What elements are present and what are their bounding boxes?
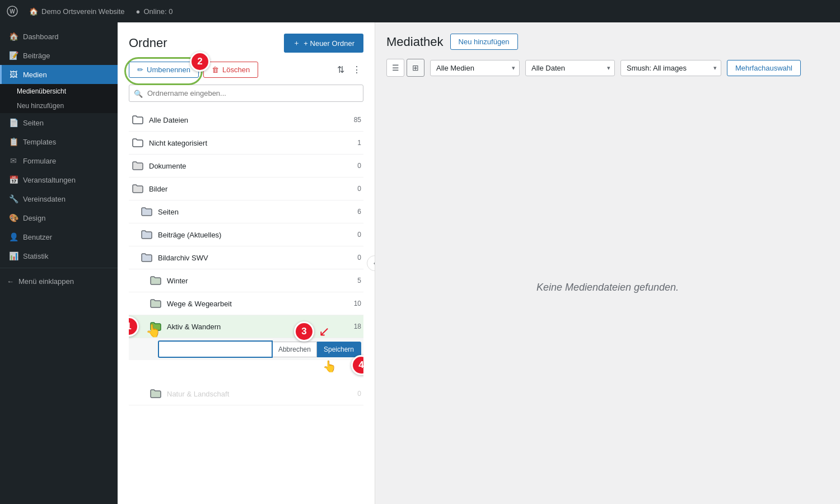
- alle-daten-select-wrapper: Alle Daten: [525, 60, 615, 76]
- rename-icon: ✏: [137, 66, 143, 74]
- sidebar-divider: [0, 268, 118, 268]
- aktiv-wandern-icon: [149, 320, 162, 333]
- sidebar-item-seiten[interactable]: 📄 Seiten: [0, 113, 118, 132]
- cursor-hand-2: 👆: [323, 360, 337, 373]
- sidebar-item-vereinsdaten[interactable]: 🔧 Vereinsdaten: [0, 189, 118, 208]
- mediathek-title: Mediathek: [386, 35, 444, 49]
- folder-item-seiten[interactable]: Seiten 6: [129, 200, 363, 223]
- sidebar-item-medien[interactable]: 🖼 Medien: [0, 65, 118, 84]
- folder-item-alle-dateien[interactable]: Alle Dateien 85: [129, 109, 363, 132]
- mediathek-header: Mediathek Neu hinzufügen: [386, 34, 829, 50]
- mehrfachauswahl-button[interactable]: Mehrfachauswahl: [727, 60, 801, 76]
- beitraege-folder-icon: [140, 228, 153, 241]
- sort-icon[interactable]: ⇅: [335, 62, 347, 77]
- wp-logo-item[interactable]: W: [7, 6, 18, 17]
- wp-logo-icon: W: [7, 6, 18, 17]
- mediathek-panel: Mediathek Neu hinzufügen ☰ ⊞ Alle Medien…: [375, 22, 840, 504]
- bildarchiv-icon: [140, 251, 153, 264]
- speichern-inline-button[interactable]: Speichern: [317, 342, 361, 357]
- step-1-circle: 1: [129, 316, 139, 337]
- mediathek-empty-text: Keine Mediendateien gefunden.: [536, 282, 679, 293]
- neu-hinzufuegen-button[interactable]: Neu hinzufügen: [450, 34, 518, 50]
- neuer-ordner-button[interactable]: ＋ + Neuer Ordner: [284, 34, 363, 53]
- collapse-panel-button[interactable]: ‹: [367, 255, 375, 271]
- vereinsdaten-icon: 🔧: [8, 194, 18, 204]
- alle-medien-select-wrapper: Alle Medien: [430, 60, 520, 76]
- alle-daten-select[interactable]: Alle Daten: [525, 60, 615, 76]
- search-icon: 🔍: [134, 89, 143, 97]
- toolbar-row: 2 ✏ Umbenennen 🗑 Löschen ⇅ ⋮: [129, 62, 363, 78]
- main-layout: 🏠 Dashboard 📝 Beiträge 🖼 Medien Medienüb…: [0, 22, 840, 504]
- site-label[interactable]: 🏠 Demo Ortsverein Website: [29, 7, 125, 16]
- statistik-icon: 📊: [8, 251, 18, 261]
- grid-view-button[interactable]: ⊞: [407, 59, 424, 77]
- sidebar-sub-medienuebersicht[interactable]: Medienübersicht: [0, 84, 118, 99]
- benutzer-icon: 👤: [8, 232, 18, 242]
- abbrechen-inline-button[interactable]: Abbrechen: [273, 342, 317, 357]
- admin-bar: W 🏠 Demo Ortsverein Website ● Online: 0: [0, 0, 840, 22]
- sidebar: 🏠 Dashboard 📝 Beiträge 🖼 Medien Medienüb…: [0, 22, 118, 504]
- medien-icon: 🖼: [8, 69, 18, 80]
- folder-item-aktiv-wandern[interactable]: 1 👆 Aktiv & Wandern 18: [129, 315, 363, 338]
- veranstaltungen-icon: 📅: [8, 175, 18, 185]
- ordner-panel: Ordner ＋ + Neuer Ordner 2 ✏: [118, 22, 375, 504]
- beitraege-icon: 📝: [8, 50, 18, 60]
- medien-sub-section: Medienübersicht Neu hinzufügen: [0, 84, 118, 113]
- online-status: ● Online: 0: [136, 7, 173, 16]
- folder-item-winter[interactable]: Winter 5: [129, 269, 363, 292]
- folder-item-bildarchiv-swv[interactable]: Bildarchiv SWV 0: [129, 246, 363, 269]
- more1-icon: [149, 387, 162, 400]
- view-toggle: ☰ ⊞: [386, 59, 424, 77]
- plus-icon: ＋: [293, 38, 300, 48]
- loeschen-button[interactable]: 🗑 Löschen: [203, 62, 258, 78]
- search-wrapper: 🔍: [129, 85, 363, 102]
- folder-item-wege-wegearbeit[interactable]: Wege & Wegearbeit 10: [129, 292, 363, 315]
- folder-search-input[interactable]: [129, 85, 363, 102]
- toolbar-icons: ⇅ ⋮: [335, 62, 363, 77]
- sidebar-item-benutzer[interactable]: 👤 Benutzer: [0, 227, 118, 246]
- seiten-icon: 📄: [8, 118, 18, 128]
- sidebar-item-veranstaltungen[interactable]: 📅 Veranstaltungen: [0, 170, 118, 189]
- ordner-header: Ordner ＋ + Neuer Ordner: [129, 34, 363, 53]
- sidebar-item-beitraege[interactable]: 📝 Beiträge: [0, 46, 118, 65]
- sidebar-sub-neu-hinzufuegen[interactable]: Neu hinzufügen: [0, 99, 118, 113]
- folder-list: Alle Dateien 85 Nicht kategorisiert 1: [129, 109, 363, 493]
- seiten-folder-icon: [140, 205, 153, 218]
- folder-item-bilder[interactable]: Bilder 0: [129, 178, 363, 200]
- online-icon: ●: [136, 7, 141, 16]
- folder-item-nicht-kategorisiert[interactable]: Nicht kategorisiert 1: [129, 132, 363, 155]
- smush-select[interactable]: Smush: All images: [620, 60, 721, 76]
- home-icon: 🏠: [29, 7, 38, 16]
- search-row: 🔍: [129, 85, 363, 102]
- sidebar-item-statistik[interactable]: 📊 Statistik: [0, 246, 118, 265]
- folder-item-more-1[interactable]: Natur & Landschaft 0: [129, 382, 363, 405]
- folder-item-beitraege-aktuelles[interactable]: Beiträge (Aktuelles) 0: [129, 223, 363, 246]
- nicht-kat-icon: [131, 136, 144, 150]
- templates-icon: 📋: [8, 137, 18, 147]
- folder-item-dokumente[interactable]: Dokumente 0: [129, 155, 363, 178]
- umbenennen-button[interactable]: ✏ Umbenennen: [129, 62, 199, 78]
- sidebar-collapse-btn[interactable]: ← Menü einklappen: [0, 270, 118, 292]
- sidebar-item-templates[interactable]: 📋 Templates: [0, 132, 118, 151]
- formulare-icon: ✉: [8, 156, 18, 166]
- alle-medien-select[interactable]: Alle Medien: [430, 60, 520, 76]
- alle-dateien-icon: [131, 113, 144, 127]
- sidebar-item-dashboard[interactable]: 🏠 Dashboard: [0, 27, 118, 46]
- sidebar-item-design[interactable]: 🎨 Design: [0, 208, 118, 227]
- sidebar-item-formulare[interactable]: ✉ Formulare: [0, 151, 118, 170]
- smush-select-wrapper: Smush: All images: [620, 60, 721, 76]
- rename-input-container: 3 ↙ Alter Ordnername Abbrechen 4 👆 Speic…: [129, 338, 363, 360]
- list-view-button[interactable]: ☰: [386, 59, 404, 77]
- mediathek-filters: ☰ ⊞ Alle Medien Alle Daten Smush: All im…: [386, 59, 829, 77]
- dashboard-icon: 🏠: [8, 31, 18, 41]
- ordner-title: Ordner: [129, 36, 167, 50]
- winter-icon: [149, 274, 162, 287]
- step-4-circle: 4: [351, 355, 363, 375]
- rename-input[interactable]: Alter Ordnername: [158, 340, 273, 358]
- mediathek-empty: Keine Mediendateien gefunden.: [386, 82, 829, 493]
- bilder-icon: [131, 182, 144, 195]
- more-icon[interactable]: ⋮: [350, 62, 363, 77]
- design-icon: 🎨: [8, 213, 18, 223]
- content-area: Ordner ＋ + Neuer Ordner 2 ✏: [118, 22, 840, 504]
- svg-text:W: W: [10, 8, 15, 15]
